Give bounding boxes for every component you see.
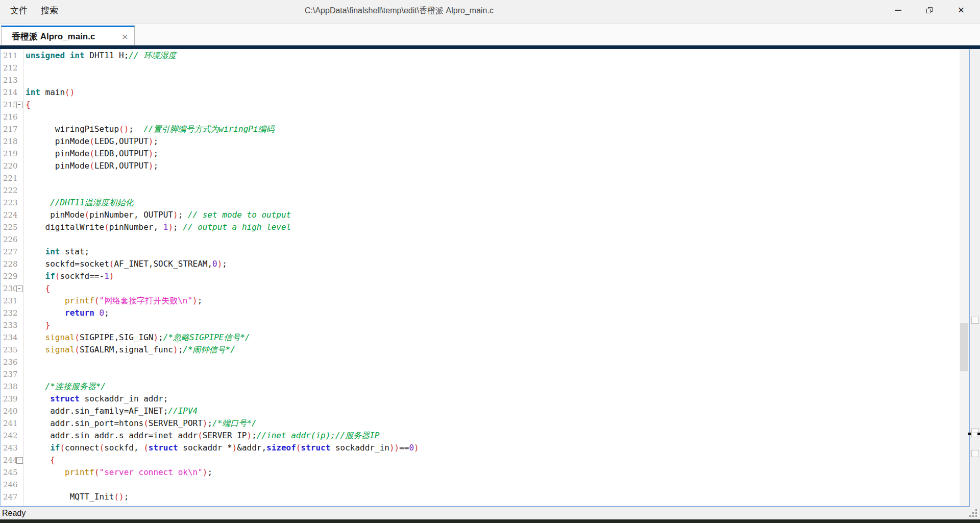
code-token: addr.sin_addr.s_addr=inet_addr [26,431,198,440]
code-text: printf("网络套接字打开失败\n"); [23,295,202,307]
code-line[interactable]: 220 pinMode(LEDR,OUTPUT); [1,160,960,172]
code-line[interactable]: 224 pinMode(pinNumber, OUTPUT); // set m… [1,209,960,221]
code-token: ( [143,443,149,453]
code-line[interactable]: 229 if(sockfd==-1) [1,270,960,282]
code-token: LEDB,OUTPUT [94,149,149,158]
code-line[interactable]: 214int main() [1,86,960,99]
code-line[interactable]: 232 return 0; [1,307,960,319]
code-line[interactable]: 234 signal(SIGPIPE,SIG_IGN);/*忽略SIGPIPE信… [1,331,960,344]
code-line[interactable]: 222 [1,184,960,197]
code-line[interactable]: 239 struct sockaddr_in addr; [1,393,960,405]
code-line[interactable]: 213 [1,74,960,86]
code-line[interactable]: 235 signal(SIGALRM,signal_func);/*闹钟信号*/ [1,344,960,356]
code-text: { [23,99,31,111]
fold-marker-icon[interactable] [16,454,23,466]
code-token: AF_INET,SOCK_STREAM, [114,259,212,269]
line-number: 241 [1,419,16,428]
code-token: // set mode to output [188,210,291,220]
editor-vertical-scrollbar[interactable] [960,49,969,506]
code-token: ; [124,492,129,502]
code-token [26,394,50,403]
code-line[interactable]: 237 [1,368,960,381]
code-line[interactable]: 236 [1,356,960,368]
code-line[interactable]: 240 addr.sin_family=AF_INET;//IPV4 [1,405,960,417]
code-line[interactable]: 228 sockfd=socket(AF_INET,SOCK_STREAM,0)… [1,258,960,270]
restore-button[interactable] [914,0,945,20]
line-number: 213 [1,76,16,85]
tab-alpro-main[interactable]: 香橙派 Alpro_main.c × [1,26,135,45]
minimize-icon [895,10,901,11]
code-line[interactable]: 227 int stat; [1,246,960,258]
code-token: main [40,87,65,97]
code-token: ; [178,210,188,220]
code-line[interactable]: 215{ [1,99,960,111]
line-number: 236 [1,358,16,367]
code-line[interactable]: 243 if(connect(sockfd, (struct sockaddr … [1,442,960,454]
code-token: connect [65,443,99,453]
code-line[interactable]: 241 addr.sin_port=htons(SERVER_PORT);/*端… [1,417,960,430]
line-number: 217 [1,125,16,134]
line-number: 219 [1,149,16,158]
code-text: //DHT11温湿度初始化 [23,197,134,209]
fold-marker-icon[interactable] [16,99,23,111]
fold-spacer [16,160,23,172]
code-line[interactable]: 244 { [1,454,960,466]
rail-marker-top[interactable] [971,317,979,324]
code-line[interactable]: 225 digitalWrite(pinNumber, 1); // outpu… [1,221,960,233]
code-text: unsigned int DHT11_H;// 环境湿度 [23,50,176,62]
code-token: printf [65,467,94,477]
code-token: LEDG,OUTPUT [94,136,149,146]
tab-label: 香橙派 Alpro_main.c [12,31,119,42]
code-token [26,332,45,342]
code-line[interactable]: 248 [1,503,960,507]
code-text: if(sockfd==-1) [23,270,114,282]
rail-marker-bottom[interactable] [971,450,979,457]
code-line[interactable]: 221 [1,172,960,184]
tab-close-icon[interactable]: × [122,31,128,42]
code-token: ; [252,431,257,440]
window-title: C:\AppData\finalshell\temp\edit\香橙派 Alpr… [305,6,494,16]
code-line[interactable]: 216 [1,111,960,123]
code-line[interactable]: 247 MQTT_Init(); [1,491,960,503]
code-line[interactable]: 246 [1,479,960,491]
code-token: /*忽略SIGPIPE信号*/ [163,332,250,342]
scrollbar-thumb[interactable] [960,323,968,371]
bottom-dark-strip [0,519,980,523]
code-text: addr.sin_family=AF_INET;//IPV4 [23,405,198,417]
menu-item-search[interactable]: 搜索 [41,5,58,16]
code-token: digitalWrite [26,222,104,232]
code-line[interactable]: 226 [1,233,960,246]
code-line[interactable]: 233 } [1,319,960,331]
fold-spacer [16,233,23,246]
code-line[interactable]: 242 addr.sin_addr.s_addr=inet_addr(SERVE… [1,430,960,442]
code-line[interactable]: 217 wiringPiSetup(); //置引脚编号方式为wiringPi编… [1,123,960,135]
code-line[interactable]: 230 { [1,282,960,295]
code-token: 1 [104,271,109,281]
tab-bar-underline [0,45,980,49]
code-line[interactable]: 211unsigned int DHT11_H;// 环境湿度 [1,50,960,62]
code-line[interactable]: 212 [1,62,960,74]
code-text: struct sockaddr_in addr; [23,393,168,405]
code-token: ) [153,332,158,342]
menu-item-file[interactable]: 文件 [10,5,28,16]
minimize-button[interactable] [882,0,914,20]
code-text: { [23,454,55,466]
code-token: LEDR,OUTPUT [94,161,149,171]
code-line[interactable]: 218 pinMode(LEDG,OUTPUT); [1,135,960,148]
fold-spacer [16,74,23,86]
code-line[interactable]: 231 printf("网络套接字打开失败\n"); [1,295,960,307]
code-token: == [399,443,409,453]
code-line[interactable]: 245 printf("server connect ok\n"); [1,466,960,479]
fold-spacer [16,111,23,123]
resize-grip-icon[interactable] [969,509,978,518]
code-editor[interactable]: 211unsigned int DHT11_H;// 环境湿度212213214… [0,49,970,507]
code-line[interactable]: 238 /*连接服务器*/ [1,381,960,393]
code-line[interactable]: 219 pinMode(LEDB,OUTPUT); [1,148,960,160]
line-number: 229 [1,272,16,281]
code-token: if [50,443,60,453]
code-line[interactable]: 223 //DHT11温湿度初始化 [1,197,960,209]
close-button[interactable]: × [945,0,977,20]
code-token: ( [85,210,90,220]
line-number: 244 [1,456,16,465]
fold-marker-icon[interactable] [16,282,23,295]
